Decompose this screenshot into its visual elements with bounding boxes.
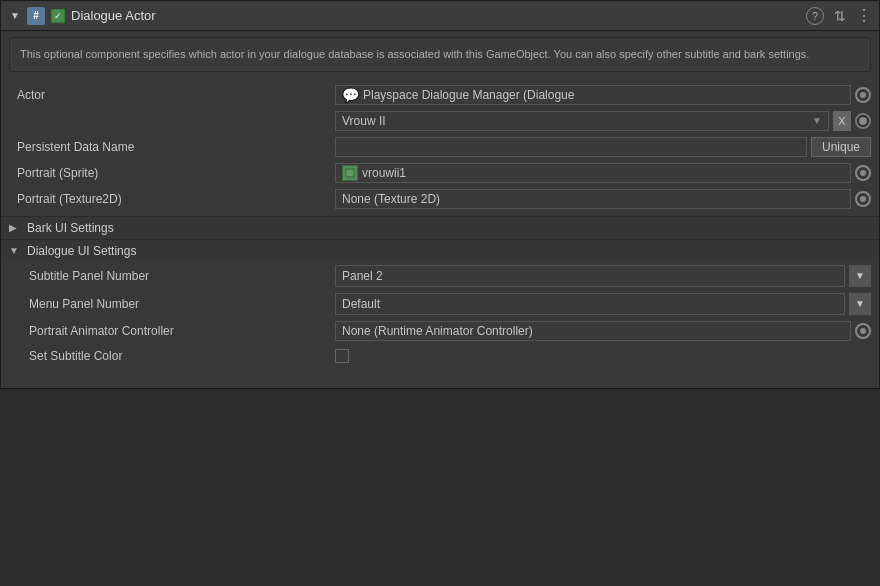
subtitle-panel-row: Subtitle Panel Number Panel 2 ▼ [1, 262, 879, 290]
portrait-texture-label: Portrait (Texture2D) [15, 192, 335, 206]
dialogue-ui-arrow-icon: ▼ [9, 245, 21, 256]
portrait-animator-target-inner [860, 328, 866, 334]
persistent-data-name-input[interactable] [335, 137, 807, 157]
portrait-animator-text: None (Runtime Animator Controller) [342, 324, 533, 338]
header-left: ▼ # ✓ Dialogue Actor [9, 7, 800, 25]
actor-dropdown-arrow-icon: ▼ [812, 115, 822, 126]
set-subtitle-color-label: Set Subtitle Color [29, 349, 335, 363]
dialogue-ui-section-header[interactable]: ▼ Dialogue UI Settings [1, 239, 879, 262]
unique-button[interactable]: Unique [811, 137, 871, 157]
set-subtitle-color-checkbox[interactable] [335, 349, 349, 363]
subtitle-panel-dropdown[interactable]: Panel 2 [335, 265, 845, 287]
portrait-animator-display: None (Runtime Animator Controller) [335, 321, 851, 341]
set-subtitle-color-value-container [335, 349, 871, 363]
actor-display: 💬 Playspace Dialogue Manager (Dialogue [335, 85, 851, 105]
actor-value-container: 💬 Playspace Dialogue Manager (Dialogue [335, 85, 871, 105]
bark-ui-section-title: Bark UI Settings [27, 221, 114, 235]
panel-title: Dialogue Actor [71, 8, 156, 23]
subtitle-panel-dropdown-arrow-icon[interactable]: ▼ [849, 265, 871, 287]
portrait-sprite-target-icon[interactable] [855, 165, 871, 181]
dialogue-ui-section-title: Dialogue UI Settings [27, 244, 136, 258]
persistent-data-name-value: Unique [335, 137, 871, 157]
bottom-padding [1, 368, 879, 388]
bark-ui-arrow-icon: ▶ [9, 222, 21, 233]
svg-rect-1 [347, 170, 353, 176]
help-icon[interactable]: ? [806, 7, 824, 25]
portrait-texture-value-container: None (Texture 2D) [335, 189, 871, 209]
menu-panel-dropdown-value: Default [342, 297, 380, 311]
portrait-sprite-target-inner [860, 170, 866, 176]
actor-radio-button[interactable] [855, 113, 871, 129]
radio-dot-inner [859, 117, 867, 125]
portrait-texture-text: None (Texture 2D) [342, 192, 440, 206]
portrait-sprite-text: vrouwii1 [362, 166, 406, 180]
actor-icon: 💬 [342, 87, 359, 103]
menu-panel-value-container: Default ▼ [335, 293, 871, 315]
sprite-icon [342, 165, 358, 181]
actor-label: Actor [15, 88, 335, 102]
actor-dropdown-row: Vrouw II ▼ X [1, 108, 879, 134]
portrait-sprite-display: vrouwii1 [335, 163, 851, 183]
panel-header: ▼ # ✓ Dialogue Actor ? ⇅ ⋮ [1, 1, 879, 31]
menu-panel-dropdown[interactable]: Default [335, 293, 845, 315]
persistent-data-name-label: Persistent Data Name [15, 140, 335, 154]
portrait-animator-value-container: None (Runtime Animator Controller) [335, 321, 871, 341]
portrait-animator-target-icon[interactable] [855, 323, 871, 339]
menu-panel-row: Menu Panel Number Default ▼ [1, 290, 879, 318]
menu-panel-label: Menu Panel Number [29, 297, 335, 311]
actor-clear-button[interactable]: X [833, 111, 851, 131]
hash-badge: # [27, 7, 45, 25]
portrait-texture-target-inner [860, 196, 866, 202]
subtitle-panel-dropdown-value: Panel 2 [342, 269, 383, 283]
component-enabled-checkbox[interactable]: ✓ [51, 9, 65, 23]
settings-icon[interactable]: ⇅ [834, 8, 846, 24]
target-icon-inner [860, 92, 866, 98]
actor-dropdown[interactable]: Vrouw II ▼ [335, 111, 829, 131]
portrait-texture-row: Portrait (Texture2D) None (Texture 2D) [1, 186, 879, 212]
header-icons-right: ? ⇅ ⋮ [806, 6, 871, 25]
fields-container: Actor 💬 Playspace Dialogue Manager (Dial… [1, 78, 879, 216]
persistent-data-name-row: Persistent Data Name Unique [1, 134, 879, 160]
subtitle-panel-label: Subtitle Panel Number [29, 269, 335, 283]
actor-text: Playspace Dialogue Manager (Dialogue [363, 88, 574, 102]
bark-ui-section-header[interactable]: ▶ Bark UI Settings [1, 216, 879, 239]
portrait-sprite-label: Portrait (Sprite) [15, 166, 335, 180]
actor-dropdown-value: Vrouw II [342, 114, 386, 128]
portrait-texture-display: None (Texture 2D) [335, 189, 851, 209]
portrait-animator-label: Portrait Animator Controller [29, 324, 335, 338]
portrait-texture-target-icon[interactable] [855, 191, 871, 207]
menu-panel-dropdown-arrow-icon[interactable]: ▼ [849, 293, 871, 315]
portrait-animator-row: Portrait Animator Controller None (Runti… [1, 318, 879, 344]
subtitle-panel-value-container: Panel 2 ▼ [335, 265, 871, 287]
more-options-icon[interactable]: ⋮ [856, 6, 871, 25]
set-subtitle-color-row: Set Subtitle Color [1, 344, 879, 368]
dialogue-actor-panel: ▼ # ✓ Dialogue Actor ? ⇅ ⋮ This optional… [0, 0, 880, 389]
portrait-sprite-value-container: vrouwii1 [335, 163, 871, 183]
dialogue-ui-fields: Subtitle Panel Number Panel 2 ▼ Menu Pan… [1, 262, 879, 368]
portrait-sprite-row: Portrait (Sprite) vrouwii1 [1, 160, 879, 186]
collapse-arrow-icon[interactable]: ▼ [9, 10, 21, 22]
description-text: This optional component specifies which … [9, 37, 871, 72]
actor-dropdown-container: Vrouw II ▼ X [335, 111, 871, 131]
actor-row: Actor 💬 Playspace Dialogue Manager (Dial… [1, 82, 879, 108]
actor-target-icon[interactable] [855, 87, 871, 103]
